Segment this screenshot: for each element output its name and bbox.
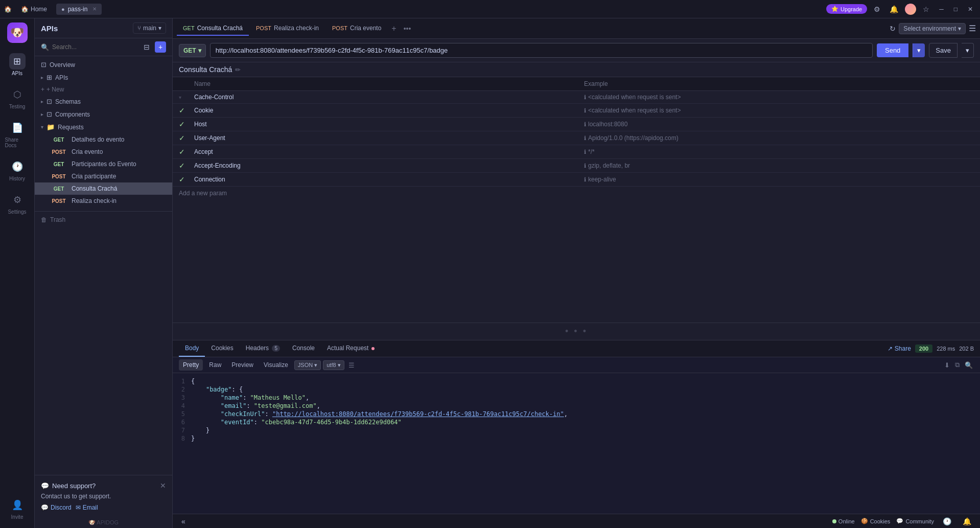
save-dropdown-button[interactable]: ▾ (962, 43, 974, 58)
bell-icon-btn[interactable]: 🔔 (960, 516, 974, 526)
method-select[interactable]: GET ▾ (179, 44, 206, 57)
add-param-button[interactable]: Add a new param (173, 187, 980, 200)
tree-item-components[interactable]: ▸ ⊡ Components (35, 108, 172, 121)
info-icon-4[interactable]: ℹ (584, 149, 586, 155)
avatar[interactable] (905, 4, 916, 15)
minimize-button[interactable]: ─ (936, 5, 947, 14)
hamburger-button[interactable]: ☰ (969, 24, 976, 33)
fmt-tab-raw[interactable]: Raw (205, 359, 225, 371)
resp-tab-actual-request[interactable]: Actual Request (321, 340, 381, 357)
tree-request-0[interactable]: GET Detalhes do evento (35, 133, 172, 146)
bottom-right: Online 🍪 Cookies 💬 Community 🕐 🔔 (832, 516, 974, 526)
tree-request-1[interactable]: POST Cria evento (35, 146, 172, 158)
save-button[interactable]: Save (929, 43, 958, 58)
req-tab-0[interactable]: GET Consulta Crachá (177, 21, 249, 36)
add-button[interactable]: + (155, 41, 166, 53)
edit-icon[interactable]: ✏ (235, 66, 241, 74)
fmt-tab-preview[interactable]: Preview (227, 359, 258, 371)
tree-item-apis[interactable]: ▸ ⊞ APIs (35, 71, 172, 84)
star-btn[interactable]: ☆ (920, 4, 932, 14)
email-link[interactable]: ✉ Email (76, 504, 98, 511)
send-button[interactable]: Send (877, 43, 908, 57)
discord-link[interactable]: 💬 Discord (41, 504, 72, 511)
download-icon-btn[interactable]: ⬇ (943, 360, 951, 370)
info-icon-3[interactable]: ℹ (584, 135, 586, 142)
info-icon-6[interactable]: ℹ (584, 176, 586, 183)
check-green-icon-6: ✓ (179, 175, 185, 183)
row-3-check[interactable]: ✓ (179, 134, 194, 142)
upgrade-button[interactable]: ⭐ Upgrade (826, 4, 867, 14)
info-icon-0[interactable]: ℹ (584, 94, 586, 101)
active-tab[interactable]: ● pass-in ✕ (56, 4, 102, 15)
tree-request-4[interactable]: GET Consulta Crachá (35, 182, 172, 195)
sidebar-item-settings[interactable]: ⚙ Settings (3, 188, 32, 219)
format-encoding-chevron: ▾ (338, 362, 341, 369)
info-icon-5[interactable]: ℹ (584, 163, 586, 169)
refresh-button[interactable]: ↻ (890, 25, 896, 33)
home-tab[interactable]: 🏠 Home (16, 4, 52, 15)
sidebar-item-history[interactable]: 🕐 History (3, 154, 32, 186)
tree-item-overview[interactable]: ⊡ Overview (35, 58, 172, 71)
tree-request-3[interactable]: POST Cria participante (35, 170, 172, 182)
community-item[interactable]: 💬 Community (896, 518, 934, 524)
resp-tab-console[interactable]: Console (286, 340, 321, 357)
tree-item-schemas[interactable]: ▸ ⊡ Schemas (35, 95, 172, 108)
tree-request-2[interactable]: GET Participantes do Evento (35, 158, 172, 170)
new-button[interactable]: + + New (35, 84, 172, 95)
list-icon[interactable]: ☰ (348, 361, 355, 369)
cookies-label: Cookies (870, 518, 891, 524)
row-0-checkbox[interactable]: ▾ (179, 95, 194, 100)
row-6-check[interactable]: ✓ (179, 175, 194, 183)
req-tab-1[interactable]: POST Realiza check-in (250, 21, 325, 36)
fmt-tab-preview-label: Preview (231, 361, 253, 369)
cookie-icon: 🍪 (861, 518, 868, 524)
search-input[interactable] (52, 43, 138, 51)
row-4-check[interactable]: ✓ (179, 148, 194, 156)
copy-icon-btn[interactable]: ⧉ (954, 360, 961, 370)
email-label: Email (83, 504, 98, 511)
tab-close-icon[interactable]: ✕ (92, 6, 97, 12)
notifications-icon-btn[interactable]: 🔔 (887, 4, 901, 14)
sidebar-item-testing[interactable]: ⬡ Testing (3, 82, 32, 113)
resp-tab-body[interactable]: Body (179, 340, 205, 357)
sidebar-item-apis[interactable]: ⊞ APIs (3, 49, 32, 80)
format-encoding-select[interactable]: utf8 ▾ (323, 360, 344, 370)
fmt-right: ⬇ ⧉ 🔍 (943, 360, 974, 370)
clock-icon-btn[interactable]: 🕐 (940, 516, 954, 526)
row-5-check[interactable]: ✓ (179, 162, 194, 170)
sidebar-item-share-docs[interactable]: 📄 Share Docs (3, 116, 32, 152)
support-close-button[interactable]: ✕ (160, 481, 166, 490)
url-input[interactable] (210, 43, 873, 58)
search-code-icon-btn[interactable]: 🔍 (964, 360, 974, 370)
send-dropdown-button[interactable]: ▾ (913, 43, 925, 57)
filter-icon-btn[interactable]: ⊟ (142, 42, 152, 52)
cookies-item[interactable]: 🍪 Cookies (861, 518, 891, 524)
row-2-check[interactable]: ✓ (179, 120, 194, 128)
req-tab-0-label: Consulta Crachá (197, 25, 243, 32)
collapse-sidebar-button[interactable]: « (179, 516, 188, 526)
fmt-tab-pretty[interactable]: Pretty (179, 359, 203, 371)
resp-tab-headers[interactable]: Headers 5 (240, 340, 286, 357)
tree-request-5[interactable]: POST Realiza check-in (35, 195, 172, 207)
add-tab-button[interactable]: + (388, 23, 399, 34)
format-type-label: JSON (298, 362, 313, 368)
trash-item[interactable]: 🗑 Trash (35, 214, 172, 226)
fmt-tab-visualize[interactable]: Visualize (260, 359, 292, 371)
tree-item-requests[interactable]: ▾ 📁 Requests (35, 121, 172, 133)
more-tabs-button[interactable]: ••• (401, 24, 414, 34)
info-icon-1[interactable]: ℹ (584, 107, 586, 114)
settings-icon-btn[interactable]: ⚙ (871, 4, 883, 14)
table-row-2: ✓ Host ℹ localhost:8080 (173, 118, 980, 131)
share-button[interactable]: ↗ Share (888, 345, 911, 352)
maximize-button[interactable]: □ (951, 5, 961, 14)
info-icon-2[interactable]: ℹ (584, 121, 586, 128)
resp-tab-cookies[interactable]: Cookies (205, 340, 239, 357)
code-content-5: "checkInUrl": "http://localhost:8080/att… (191, 410, 568, 418)
sidebar-item-invite[interactable]: 👤 Invite (3, 493, 32, 524)
format-type-select[interactable]: JSON ▾ (294, 360, 321, 370)
req-tab-2[interactable]: POST Cria evento (326, 21, 387, 36)
row-1-check[interactable]: ✓ (179, 106, 194, 114)
close-button[interactable]: ✕ (965, 5, 976, 14)
branch-selector[interactable]: ⑂ main ▾ (133, 22, 166, 34)
env-selector[interactable]: Select environment ▾ (899, 23, 966, 34)
